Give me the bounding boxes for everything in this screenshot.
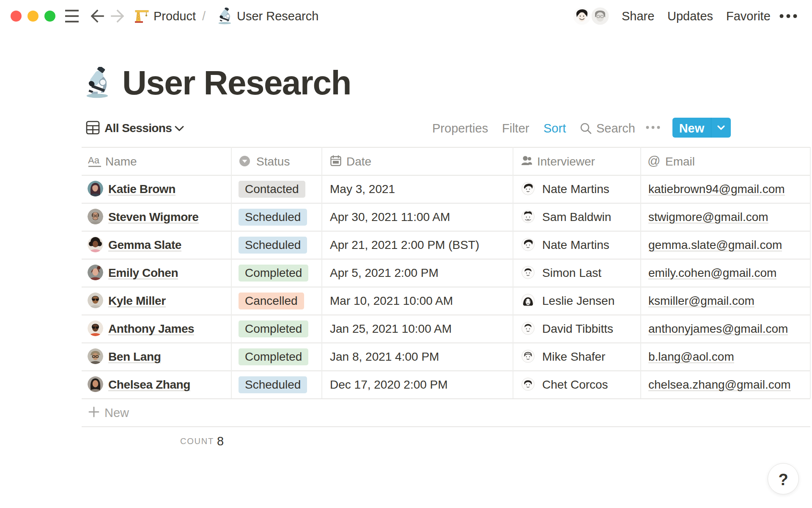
svg-text:Aa: Aa [88, 155, 100, 166]
